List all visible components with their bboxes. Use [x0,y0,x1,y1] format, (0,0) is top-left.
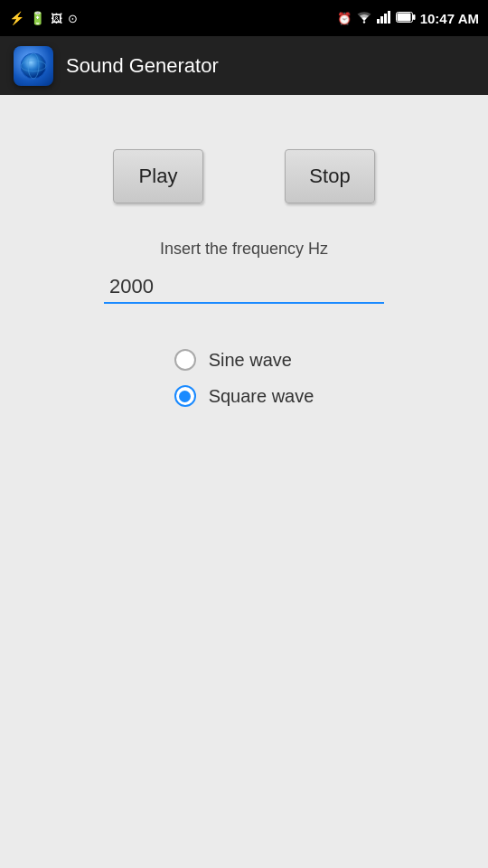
play-button[interactable]: Play [113,149,203,203]
app-title: Sound Generator [66,54,219,78]
square-wave-radio-dot [179,391,191,402]
status-icons-left: ⚡ 🔋 🖼 ⊙ [9,11,78,25]
signal-icon [377,11,391,26]
svg-point-0 [362,21,364,23]
svg-rect-3 [384,14,387,24]
frequency-input[interactable] [104,271,384,304]
battery-icon [396,12,416,25]
svg-rect-6 [397,13,410,21]
svg-rect-1 [377,19,380,24]
time-display: 10:47 AM [420,11,479,26]
stop-button[interactable]: Stop [285,149,375,203]
alarm-icon: ⏰ [337,12,352,25]
frequency-label: Insert the frequency Hz [160,240,328,259]
svg-rect-7 [413,14,416,20]
usb-icon: ⚡ [9,11,24,25]
svg-rect-2 [380,16,383,24]
wave-options: Sine wave Square wave [174,349,314,407]
sine-wave-option[interactable]: Sine wave [174,349,314,371]
image-icon: 🖼 [51,12,62,25]
app-bar: Sound Generator [0,36,488,95]
status-bar: ⚡ 🔋 🖼 ⊙ ⏰ [0,0,488,36]
status-icons-right: ⏰ 10:47 AM [337,11,479,26]
app-icon [14,46,53,86]
target-icon: ⊙ [68,12,78,25]
square-wave-radio[interactable] [174,385,196,407]
buttons-row: Play Stop [113,149,375,203]
square-wave-option[interactable]: Square wave [174,385,314,407]
sine-wave-label: Sine wave [209,350,292,371]
wifi-icon [356,11,372,26]
svg-rect-4 [388,11,390,24]
svg-point-8 [21,53,46,79]
battery-charging-icon: 🔋 [30,11,45,25]
main-content: Play Stop Insert the frequency Hz Sine w… [0,95,488,868]
frequency-input-container [104,271,384,304]
square-wave-label: Square wave [209,386,314,407]
sine-wave-radio[interactable] [174,349,196,371]
